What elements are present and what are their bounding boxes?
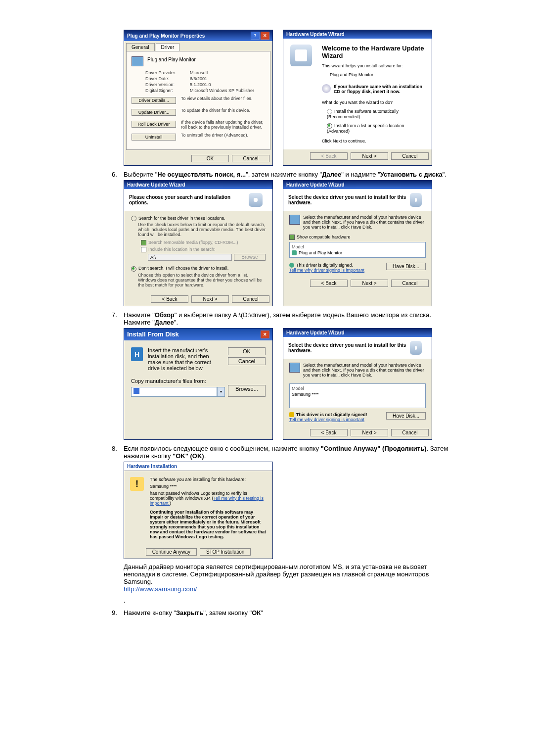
back-button: < Back: [310, 152, 348, 160]
copy-label: Copy manufacturer's files from:: [131, 378, 266, 384]
dialog-title: Plug and Play Monitor Properties: [127, 33, 205, 39]
rollback-driver-button[interactable]: Roll Back Driver: [132, 121, 176, 128]
select-desc: Select the manufacturer and model of you…: [303, 363, 426, 378]
opt-dont-search: Don't search. I will choose the driver t…: [138, 266, 228, 271]
path-field: A:\: [148, 254, 232, 261]
uninstall-button[interactable]: Uninstall: [132, 134, 176, 141]
cancel-button[interactable]: Cancel: [228, 357, 266, 365]
monitor-properties-dialog: Plug and Play Monitor Properties ? ✕ Gen…: [124, 30, 273, 166]
hardware-update-wizard-welcome: Hardware Update Wizard Welcome to the Ha…: [283, 30, 432, 166]
step-number: 6.: [112, 171, 124, 178]
dialog-title: Hardware Installation: [127, 464, 177, 469]
uninstall-desc: To uninstall the driver (Advanced).: [181, 133, 265, 138]
signing-link[interactable]: Tell me why driver signing is important: [289, 268, 364, 273]
update-driver-desc: To update the driver for this device.: [181, 108, 265, 113]
radio-auto[interactable]: [327, 109, 332, 114]
cancel-button[interactable]: Cancel: [391, 280, 429, 287]
disk-icon: H: [131, 347, 143, 361]
signer-label: Digital Signer:: [145, 88, 190, 93]
cert-icon: [292, 250, 297, 255]
driver-details-button[interactable]: Driver Details...: [132, 97, 176, 104]
samsung-link[interactable]: http://www.samsung.com/: [124, 585, 197, 593]
back-button[interactable]: < Back: [310, 280, 348, 287]
dialog-title: Hardware Update Wizard: [286, 182, 345, 188]
titlebar: Hardware Update Wizard: [283, 30, 432, 39]
have-disk-button[interactable]: Have Disk...: [386, 412, 426, 420]
path-combo[interactable]: [131, 387, 217, 397]
help-icon[interactable]: ?: [251, 32, 260, 40]
date-value: 6/6/2001: [190, 76, 207, 81]
signed-icon: [289, 263, 294, 268]
select-desc: Select the manufacturer and model of you…: [303, 215, 426, 230]
tab-driver[interactable]: Driver: [156, 43, 180, 51]
next-button[interactable]: Next >: [351, 280, 388, 287]
unsigned-text: This driver is not digitally signed!: [296, 412, 367, 417]
step-number: 9.: [112, 609, 124, 616]
radio-advanced[interactable]: [327, 123, 332, 129]
provider-label: Driver Provider:: [145, 70, 190, 75]
cd-hint: If your hardware came with an installati…: [334, 84, 426, 94]
signing-link[interactable]: Tell me why driver signing is important: [289, 417, 367, 422]
opt-search: Search for the best driver in these loca…: [138, 216, 225, 221]
next-button[interactable]: Next >: [191, 295, 229, 303]
step-8: 8. Если появилось следующее окно с сообщ…: [79, 445, 455, 460]
signed-text: This driver is digitally signed.: [296, 263, 353, 268]
cancel-button[interactable]: Cancel: [232, 155, 269, 162]
search-options-dialog: Hardware Update Wizard Please choose you…: [124, 180, 273, 306]
wizard-icon: [410, 341, 422, 355]
browse-button: Browse: [234, 254, 266, 261]
step-9: 9. Нажмите кнопку "Закрыть", затем кнопк…: [79, 609, 455, 616]
chevron-down-icon[interactable]: ▾: [217, 387, 225, 397]
device-icon: [289, 363, 300, 373]
wizard-line1: This wizard helps you install software f…: [322, 63, 426, 68]
warn-body: Continuing your installation of this sof…: [150, 510, 267, 539]
cb-removable: [141, 240, 146, 245]
wizard-device: Plug and Play Monitor: [330, 72, 426, 77]
opt-advanced: Install from a list or specific location…: [327, 123, 404, 134]
next-button[interactable]: Next >: [351, 429, 388, 436]
ok-button[interactable]: OK: [228, 347, 266, 355]
model-listbox[interactable]: Model Plug and Play Monitor: [289, 242, 426, 258]
ok-button[interactable]: OK: [191, 155, 229, 162]
step-number: 7.: [112, 311, 124, 326]
update-driver-button[interactable]: Update Driver...: [132, 109, 176, 116]
device-name: Plug and Play Monitor: [147, 57, 196, 62]
radio-search[interactable]: [131, 216, 136, 221]
warning-icon: [289, 412, 294, 417]
warn-device: Samsung ****: [150, 484, 267, 489]
version-value: 5.1.2001.0: [190, 82, 211, 87]
step-7: 7. Нажмите "Обзор" и выберите папку A:\(…: [79, 311, 455, 326]
dialog-title: Hardware Update Wizard: [286, 330, 345, 335]
back-button[interactable]: < Back: [310, 429, 348, 436]
close-icon[interactable]: ✕: [261, 331, 269, 338]
warn-line1: The software you are installing for this…: [150, 477, 267, 482]
paragraph-cert: Данный драйвер монитора является сертифи…: [79, 563, 455, 593]
select-driver-dialog-2: Hardware Update Wizard Select the device…: [283, 328, 432, 440]
driver-details-desc: To view details about the driver files.: [181, 96, 265, 101]
radio-dont-search[interactable]: [131, 266, 136, 272]
model-listbox[interactable]: Model Samsung ****: [289, 383, 426, 408]
next-button[interactable]: Next >: [351, 152, 388, 160]
date-label: Driver Date:: [145, 76, 190, 81]
browse-button[interactable]: Browse...: [228, 385, 266, 397]
floppy-icon: [134, 388, 139, 394]
signer-value: Microsoft Windows XP Publisher: [190, 88, 254, 93]
install-from-disk-dialog: Install From Disk ✕ H Insert the manufac…: [124, 328, 273, 440]
cd-icon: [322, 84, 331, 93]
step-6: 6. Выберите "Не осуществлять поиск, я...…: [79, 171, 455, 178]
continue-anyway-button[interactable]: Continue Anyway: [146, 548, 197, 556]
back-button[interactable]: < Back: [151, 295, 188, 303]
wizard-question: What do you want the wizard to do?: [322, 100, 426, 105]
cb-compatible[interactable]: [289, 235, 295, 240]
cancel-button[interactable]: Cancel: [391, 429, 429, 436]
stop-installation-button[interactable]: STOP Installation: [200, 548, 251, 556]
cancel-button[interactable]: Cancel: [232, 295, 269, 303]
close-icon[interactable]: ✕: [261, 32, 269, 40]
have-disk-button[interactable]: Have Disk...: [386, 263, 426, 270]
opt-search-desc: Use the check boxes below to limit or ex…: [138, 222, 266, 237]
dialog-title: Hardware Update Wizard: [127, 182, 185, 188]
cancel-button[interactable]: Cancel: [391, 152, 429, 160]
tab-general[interactable]: General: [126, 43, 155, 51]
search-heading: Please choose your search and installati…: [129, 194, 249, 205]
version-label: Driver Version:: [145, 82, 190, 87]
